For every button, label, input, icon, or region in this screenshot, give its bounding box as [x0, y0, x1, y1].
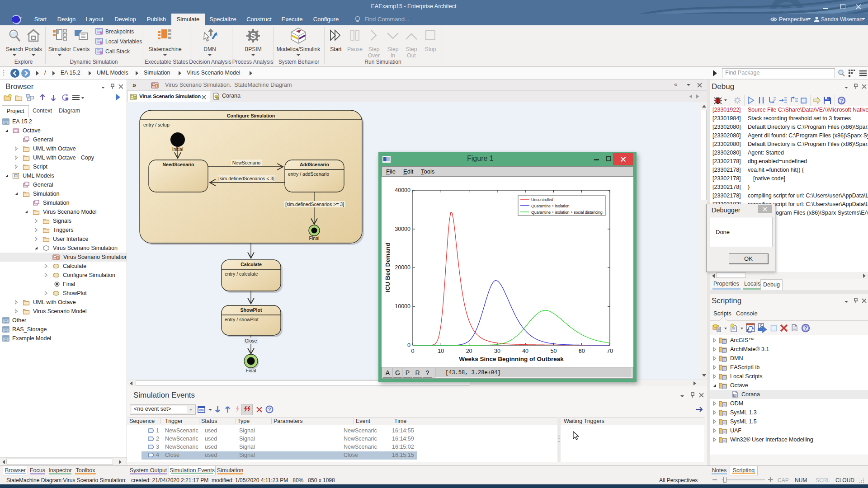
svg-text:?: ? [268, 407, 271, 412]
svg-text:[sim.definedScenarios >= 3]: [sim.definedScenarios >= 3] [285, 202, 344, 207]
svg-text:ShowPlot: ShowPlot [241, 307, 262, 313]
svg-text:10000: 10000 [395, 303, 410, 310]
svg-text:Configure Simulation: Configure Simulation [227, 113, 275, 118]
svg-text:Quarantine + isolation: Quarantine + isolation [531, 204, 570, 208]
svg-text:entry / showPlot: entry / showPlot [225, 317, 259, 322]
svg-text:ICU Bed Demand: ICU Bed Demand [384, 243, 391, 292]
svg-text:50: 50 [550, 348, 557, 354]
svg-text:Calculate: Calculate [241, 262, 262, 267]
svg-text:Close: Close [245, 338, 257, 343]
svg-text:[sim.definedScenarios < 3]: [sim.definedScenarios < 3] [218, 176, 274, 181]
svg-text:entry / setup: entry / setup [143, 122, 170, 127]
svg-text:20: 20 [466, 348, 472, 354]
svg-text:Final: Final [246, 368, 256, 373]
svg-text:Uncontrolled: Uncontrolled [531, 197, 553, 202]
svg-text:0: 0 [407, 342, 410, 348]
svg-text:Weeks Since Beginning of Outbr: Weeks Since Beginning of Outbreak [459, 356, 564, 362]
svg-text:AddScenario: AddScenario [300, 162, 329, 167]
svg-text:30: 30 [494, 348, 500, 354]
svg-text:NeedScenario: NeedScenario [162, 162, 194, 167]
svg-text:Quarantine + isolation + socia: Quarantine + isolation + social distanci… [531, 210, 603, 215]
svg-text:60: 60 [579, 348, 585, 354]
svg-text:0: 0 [411, 348, 415, 354]
svg-text:Final: Final [309, 235, 320, 241]
svg-text:20000: 20000 [395, 264, 410, 271]
svg-text:10: 10 [438, 348, 444, 354]
svg-text:?: ? [840, 98, 843, 103]
svg-text:S: S [250, 31, 256, 41]
svg-text:entry / addScenario: entry / addScenario [288, 171, 329, 177]
svg-text:40000: 40000 [395, 187, 410, 193]
svg-text:70: 70 [607, 348, 613, 354]
svg-text:entry / calculate: entry / calculate [225, 271, 258, 277]
svg-text:NewScenario: NewScenario [232, 160, 261, 165]
svg-text:Initial: Initial [172, 146, 184, 152]
svg-text:?: ? [804, 325, 807, 331]
svg-text:30000: 30000 [395, 226, 410, 232]
svg-text:40: 40 [522, 348, 528, 354]
